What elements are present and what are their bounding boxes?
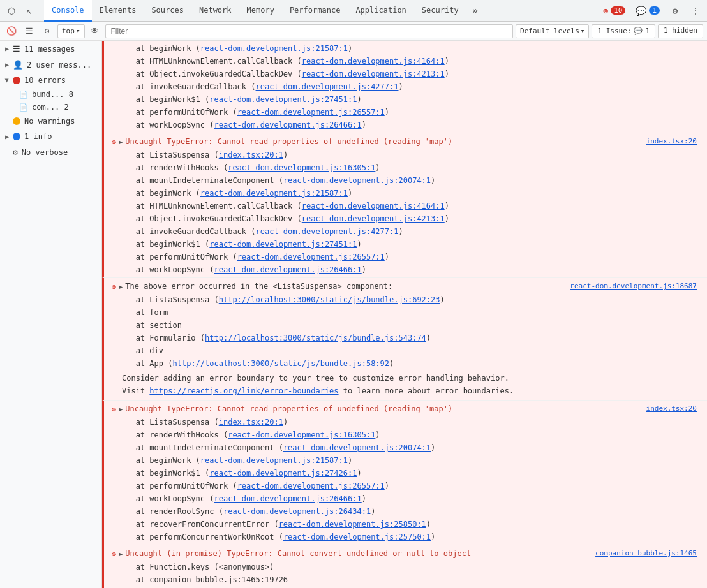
stack-line: at ListaSuspensa (http://localhost:3000/… — [122, 293, 704, 306]
stack-line: at performConcurrentWorkOnRoot (react-do… — [122, 531, 704, 543]
entry-header-boundary: ⊗ ▶ The above error occurred in the <Lis… — [109, 279, 704, 293]
tab-performance[interactable]: Performance — [282, 0, 348, 22]
entry-header-1: ⊗ ▶ Uncaught TypeError: Cannot read prop… — [109, 135, 704, 149]
sidebar-item-verbose[interactable]: ▶ ⚙ No verbose — [0, 144, 101, 160]
stack-link[interactable]: react-dom.development.js:27451:1 — [209, 95, 357, 104]
stack-link[interactable]: react-dom.development.js:26557:1 — [237, 253, 385, 261]
stack-link[interactable]: react-dom.development.js:21587:1 — [200, 44, 348, 53]
stack-link[interactable]: react-dom.development.js:4164:1 — [302, 57, 445, 66]
stack-link[interactable]: react-dom.development.js:25850:1 — [279, 520, 426, 529]
expand-tri-boundary[interactable]: ▶ — [119, 282, 123, 292]
sidebar-item-user-messages[interactable]: ▶ 👤 2 user mess... — [0, 57, 101, 73]
tab-security[interactable]: Security — [414, 0, 466, 22]
entry-header-left-1: ⊗ ▶ Uncaught TypeError: Cannot read prop… — [112, 136, 646, 149]
tab-bar: ⬡ ↖ Console Elements Sources Network Mem… — [0, 0, 707, 22]
info-circle-icon: 💬 — [636, 6, 646, 16]
stack-line: at Function.keys (<anonymous>) — [122, 561, 704, 573]
stack-link[interactable]: react-dom.development.js:21587:1 — [200, 456, 348, 465]
tab-right-controls: ⊗ 10 💬 1 ⚙ ⋮ — [599, 2, 704, 20]
info-count: 1 — [649, 6, 660, 15]
sidebar-item-info[interactable]: ▶ 1 info — [0, 129, 101, 144]
tab-elements[interactable]: Elements — [92, 0, 144, 22]
sidebar-item-warnings[interactable]: ▶ No warnings — [0, 114, 101, 129]
tab-console[interactable]: Console — [44, 0, 92, 22]
stack-link[interactable]: http://localhost:3000/static/js/bundle.j… — [172, 359, 389, 368]
entry-header-left-boundary: ⊗ ▶ The above error occurred in the <Lis… — [112, 281, 570, 293]
stack-link[interactable]: react-dom.development.js:26466:1 — [214, 121, 362, 129]
level-selector[interactable]: Default levels ▾ — [516, 24, 589, 38]
sidebar-item-errors[interactable]: ▶ 10 errors — [0, 73, 101, 88]
settings-btn[interactable]: ⚙ — [666, 2, 684, 20]
expand-arrow-info: ▶ — [5, 133, 9, 140]
stack-link[interactable]: react-dom.development.js:26557:1 — [237, 481, 385, 490]
tab-sources[interactable]: Sources — [144, 0, 191, 22]
tab-network[interactable]: Network — [191, 0, 239, 22]
error-file-ref-1[interactable]: index.tsx:20 — [646, 136, 699, 147]
info-badge-btn[interactable]: 💬 1 — [632, 4, 664, 17]
filter-toggle-btn[interactable]: ☰ — [22, 24, 37, 39]
stack-line: at workLoopSync (react-dom.development.j… — [122, 492, 704, 505]
more-tabs-btn[interactable]: » — [466, 2, 484, 20]
issue-btn[interactable]: 1 Issue: 💬 1 — [592, 24, 655, 38]
sidebar-item-com[interactable]: 📄 com... 2 — [14, 101, 101, 114]
tab-memory[interactable]: Memory — [239, 0, 282, 22]
error-file-ref-2[interactable]: index.tsx:20 — [646, 403, 699, 415]
expand-tri-2[interactable]: ▶ — [119, 404, 123, 415]
expand-arrow-errors: ▶ — [4, 78, 11, 82]
entry-header-3: ⊗ ▶ Uncaught (in promise) TypeError: Can… — [109, 547, 704, 561]
log-entry-error-1: ⊗ ▶ Uncaught TypeError: Cannot read prop… — [102, 133, 707, 278]
stack-link[interactable]: index.tsx:20:1 — [219, 418, 283, 427]
stack-link[interactable]: react-dom.development.js:26557:1 — [237, 108, 385, 117]
stack-link[interactable]: react-dom.development.js:16305:1 — [228, 430, 375, 439]
stack-link[interactable]: react-dom.development.js:4213:1 — [302, 70, 445, 78]
expand-tri-1[interactable]: ▶ — [119, 137, 123, 147]
group-toggle-btn[interactable]: ⊙ — [40, 24, 55, 39]
more-menu-btn[interactable]: ⋮ — [687, 2, 704, 20]
stack-link[interactable]: react-dom.development.js:4277:1 — [256, 227, 399, 236]
stack-link[interactable]: react-dom.development.js:25750:1 — [283, 533, 431, 541]
filter-input[interactable] — [105, 24, 514, 38]
log-entry-continuation: at beginWork (react-dom.development.js:2… — [102, 41, 707, 133]
stack-link[interactable]: http://localhost:3000/static/js/bundle.j… — [219, 295, 440, 304]
stack-link[interactable]: react-dom.development.js:26466:1 — [214, 265, 362, 274]
stack-link[interactable]: react-dom.development.js:4164:1 — [302, 202, 445, 210]
stack-link[interactable]: react-dom.development.js:16305:1 — [228, 163, 375, 172]
error-circle-3: ⊗ — [112, 548, 116, 561]
expand-arrow-user: ▶ — [5, 61, 9, 68]
stack-link[interactable]: react-dom.development.js:27451:1 — [209, 240, 357, 249]
error-boundaries-link[interactable]: https://reactjs.org/link/error-boundarie… — [149, 386, 338, 395]
stack-link[interactable]: react-dom.development.js:4213:1 — [302, 214, 445, 223]
stack-link[interactable]: http://localhost:3000/static/js/bundle.j… — [205, 334, 426, 342]
stack-link[interactable]: react-dom.development.js:26466:1 — [214, 494, 362, 503]
eye-btn[interactable]: 👁 — [87, 24, 103, 39]
user-icon: 👤 — [13, 60, 23, 70]
sidebar-label-warnings: No warnings — [24, 117, 75, 126]
sidebar-item-messages[interactable]: ▶ ☰ 11 messages — [0, 41, 101, 57]
stack-line: at performUnitOfWork (react-dom.developm… — [122, 106, 704, 119]
stack-link[interactable]: react-dom.development.js:20074:1 — [283, 176, 431, 185]
boundary-file-ref[interactable]: react-dom.development.js:18687 — [570, 281, 699, 292]
expand-tri-3[interactable]: ▶ — [119, 549, 123, 559]
stack-link[interactable]: react-dom.development.js:26434:1 — [223, 507, 371, 516]
tab-application[interactable]: Application — [348, 0, 413, 22]
clear-console-btn[interactable]: 🚫 — [4, 24, 19, 39]
hidden-btn[interactable]: 1 hidden — [658, 24, 703, 38]
hidden-label: 1 hidden — [664, 26, 697, 34]
error-file-ref-3[interactable]: companion-bubble.js:1465 — [595, 548, 699, 559]
stack-link[interactable]: react-dom.development.js:4277:1 — [256, 82, 399, 91]
context-selector[interactable]: top ▾ — [57, 24, 85, 38]
level-arrow: ▾ — [581, 27, 585, 35]
stack-link[interactable]: react-dom.development.js:21587:1 — [200, 189, 348, 198]
error-circle-boundary: ⊗ — [112, 281, 116, 293]
console-output[interactable]: at beginWork (react-dom.development.js:2… — [102, 41, 707, 588]
error-message-1: Uncaught TypeError: Cannot read properti… — [125, 136, 452, 148]
stack-link[interactable]: index.tsx:20:1 — [219, 151, 283, 159]
stack-link[interactable]: react-dom.development.js:27426:1 — [209, 469, 357, 478]
inspect-icon[interactable]: ↖ — [20, 2, 38, 20]
sidebar-label-user-messages: 2 user mess... — [27, 61, 91, 70]
sidebar-item-bund[interactable]: 📄 bund... 8 — [14, 88, 101, 101]
error-badge-btn[interactable]: ⊗ 10 — [599, 4, 630, 17]
devtools-icon[interactable]: ⬡ — [3, 2, 20, 20]
stack-link[interactable]: react-dom.development.js:20074:1 — [283, 443, 431, 452]
stack-line: at App (http://localhost:3000/static/js/… — [122, 357, 704, 370]
